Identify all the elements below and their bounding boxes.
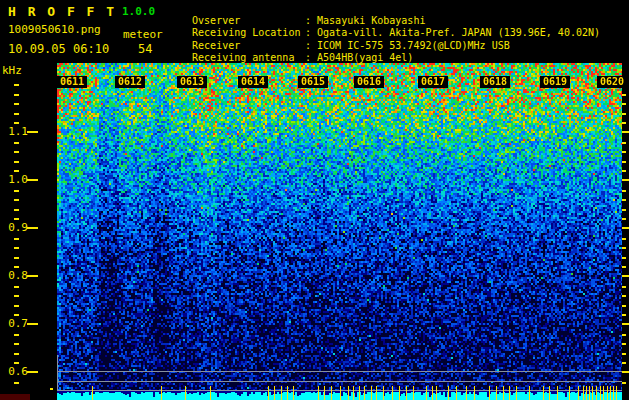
axis-tick: [622, 209, 626, 211]
axis-tick: [622, 161, 626, 163]
spectrogram-canvas: [57, 63, 622, 400]
axis-tick: [622, 131, 629, 133]
axis-tick: [27, 179, 38, 181]
axis-tick: [14, 94, 19, 96]
axis-tick: [14, 190, 19, 192]
axis-tick: [27, 323, 38, 325]
app-title: H R O F F T: [8, 4, 116, 19]
axis-tick: [14, 247, 19, 249]
axis-tick: [622, 113, 626, 115]
axis-tick: [622, 275, 629, 277]
axis-tick: [14, 103, 19, 105]
hrofft-window: { "app": { "title": "H R O F F T", "vers…: [0, 0, 629, 400]
axis-tick: [622, 151, 626, 153]
axis-tick: [27, 131, 38, 133]
corner-marker: [0, 394, 30, 400]
output-filename: 1009050610.png: [8, 23, 101, 36]
axis-tick: [14, 209, 19, 211]
info-separator: :: [305, 52, 317, 63]
time-tick-label: 0619: [540, 76, 570, 88]
axis-tick: [14, 161, 19, 163]
info-value: A504HB(yagi 4el): [317, 52, 413, 63]
axis-tick: [14, 238, 19, 240]
axis-tick: [622, 238, 626, 240]
axis-tick: [622, 142, 626, 144]
freq-tick-label: 0.7: [0, 317, 28, 330]
axis-tick: [622, 295, 626, 297]
axis-tick: [14, 286, 19, 288]
axis-tick: [622, 218, 626, 220]
mode-label: meteor: [123, 28, 163, 41]
axis-tick: [14, 382, 19, 384]
axis-tick: [622, 323, 629, 325]
time-tick-label: 0615: [298, 76, 328, 88]
axis-tick: [14, 362, 19, 364]
axis-tick: [14, 353, 19, 355]
axis-tick: [622, 362, 626, 364]
axis-tick: [622, 190, 626, 192]
axis-tick: [622, 179, 629, 181]
time-tick-label: 0616: [354, 76, 384, 88]
axis-tick: [622, 122, 626, 124]
freq-tick-label: 1.1: [0, 125, 28, 138]
axis-tick: [14, 314, 19, 316]
time-tick-label: 0612: [115, 76, 145, 88]
axis-tick: [14, 334, 19, 336]
meteor-count: 54: [138, 42, 152, 56]
axis-tick: [622, 334, 626, 336]
axis-tick: [622, 227, 629, 229]
axis-tick: [14, 84, 19, 86]
axis-tick: [622, 353, 626, 355]
freq-tick-label: 0.8: [0, 269, 28, 282]
axis-tick: [622, 266, 626, 268]
axis-tick: [622, 170, 626, 172]
axis-tick: [14, 113, 19, 115]
axis-tick: [14, 151, 19, 153]
axis-tick: [50, 388, 53, 390]
axis-tick: [14, 257, 19, 259]
timestamp: 10.09.05 06:10: [8, 42, 109, 56]
axis-tick: [27, 371, 38, 373]
freq-axis-unit-label: kHz: [2, 64, 22, 77]
freq-tick-label: 0.9: [0, 221, 28, 234]
axis-tick: [27, 227, 38, 229]
axis-tick: [27, 275, 38, 277]
axis-tick: [622, 199, 626, 201]
time-tick-label: 0611: [57, 76, 87, 88]
time-tick-label: 0618: [480, 76, 510, 88]
axis-tick: [622, 257, 626, 259]
axis-tick: [14, 122, 19, 124]
time-tick-label: 0620: [597, 76, 627, 88]
axis-tick: [14, 305, 19, 307]
axis-tick: [14, 266, 19, 268]
axis-tick: [622, 371, 629, 373]
axis-tick: [14, 343, 19, 345]
axis-tick: [14, 295, 19, 297]
axis-tick: [622, 305, 626, 307]
axis-tick: [622, 286, 626, 288]
app-version: 1.0.0: [122, 5, 155, 18]
axis-tick: [14, 142, 19, 144]
freq-tick-label: 1.0: [0, 173, 28, 186]
axis-tick: [622, 247, 626, 249]
axis-tick: [622, 343, 626, 345]
axis-tick: [14, 199, 19, 201]
axis-tick: [622, 314, 626, 316]
time-tick-label: 0614: [238, 76, 268, 88]
info-label: Receiving antenna: [192, 52, 305, 63]
axis-tick: [14, 218, 19, 220]
axis-tick: [622, 382, 626, 384]
axis-tick: [14, 170, 19, 172]
axis-tick: [622, 94, 626, 96]
axis-tick: [622, 103, 626, 105]
info-row-antenna: Receiving antenna:A504HB(yagi 4el): [180, 41, 413, 63]
time-tick-label: 0617: [418, 76, 448, 88]
time-tick-label: 0613: [177, 76, 207, 88]
freq-tick-label: 0.6: [0, 365, 28, 378]
